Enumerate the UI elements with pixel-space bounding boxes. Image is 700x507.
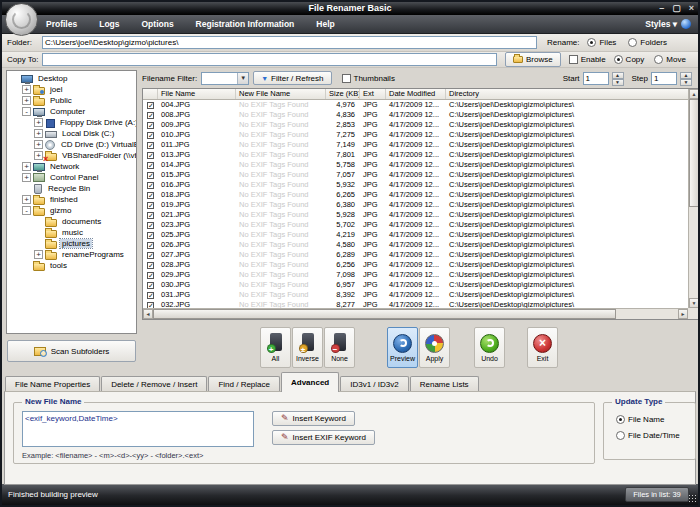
menu-registration-information[interactable]: Registration Information xyxy=(196,19,295,29)
table-row[interactable]: ✓011.JPGNo EXIF Tags Found7,149JPG4/17/2… xyxy=(143,140,699,150)
table-row[interactable]: ✓013.JPGNo EXIF Tags Found7,801JPG4/17/2… xyxy=(143,150,699,160)
row-checkbox[interactable]: ✓ xyxy=(143,190,158,200)
row-checkbox[interactable]: ✓ xyxy=(143,110,158,120)
expand-icon[interactable]: + xyxy=(22,96,31,105)
expand-icon[interactable]: + xyxy=(22,173,31,182)
column-header-date-modified[interactable]: Date Modified xyxy=(386,89,446,99)
table-row[interactable]: ✓031.JPGNo EXIF Tags Found8,392JPG4/17/2… xyxy=(143,290,699,300)
expand-icon[interactable]: + xyxy=(34,151,43,160)
row-checkbox[interactable]: ✓ xyxy=(143,260,158,270)
tree-item-joel[interactable]: +joel xyxy=(7,84,136,95)
expand-icon[interactable]: + xyxy=(34,129,43,138)
update-type-radio-file-name[interactable]: File Name xyxy=(616,415,664,424)
tree-item-local-disk-c[interactable]: +Local Disk (C:) xyxy=(7,128,136,139)
resize-grip[interactable] xyxy=(688,494,696,502)
row-checkbox[interactable]: ✓ xyxy=(143,100,158,110)
menu-options[interactable]: Options xyxy=(142,19,174,29)
table-row[interactable]: ✓014.JPGNo EXIF Tags Found5,758JPG4/17/2… xyxy=(143,160,699,170)
table-row[interactable]: ✓028.JPGNo EXIF Tags Found6,256JPG4/17/2… xyxy=(143,260,699,270)
all-button[interactable]: +All xyxy=(260,327,291,368)
tree-item-cd-drive-d-virtualbox-guest[interactable]: +CD Drive (D:) VirtualBox Guest xyxy=(7,139,136,150)
update-type-radio-file-date-time[interactable]: File Date/Time xyxy=(616,431,680,440)
table-row[interactable]: ✓004.JPGNo EXIF Tags Found4,976JPG4/17/2… xyxy=(143,100,699,110)
scroll-left-icon[interactable]: ◄ xyxy=(143,309,153,319)
chevron-down-icon[interactable]: ▼ xyxy=(237,73,248,84)
row-checkbox[interactable]: ✓ xyxy=(143,250,158,260)
copy-to-input[interactable] xyxy=(42,53,497,66)
table-row[interactable]: ✓008.JPGNo EXIF Tags Found4,836JPG4/17/2… xyxy=(143,110,699,120)
table-row[interactable]: ✓021.JPGNo EXIF Tags Found5,928JPG4/17/2… xyxy=(143,210,699,220)
column-header-checkbox[interactable] xyxy=(143,89,158,99)
none-button[interactable]: −None xyxy=(324,327,355,368)
tree-item-floppy-disk-drive-a[interactable]: +Floppy Disk Drive (A:) xyxy=(7,117,136,128)
tree-item-desktop[interactable]: Desktop xyxy=(7,73,136,84)
expand-icon[interactable]: + xyxy=(34,140,43,149)
step-down-button[interactable]: ▼ xyxy=(680,79,692,86)
horizontal-scroll-thumb[interactable] xyxy=(153,309,616,319)
tree-item-finished[interactable]: +finished xyxy=(7,194,136,205)
tree-item-recycle-bin[interactable]: Recycle Bin xyxy=(7,183,136,194)
filter-refresh-button[interactable]: ▼ Filter / Refresh xyxy=(253,71,331,85)
tree-item-renameprograms[interactable]: +renamePrograms xyxy=(7,249,136,260)
collapse-icon[interactable]: - xyxy=(22,206,31,215)
table-row[interactable]: ✓023.JPGNo EXIF Tags Found5,702JPG4/17/2… xyxy=(143,220,699,230)
table-row[interactable]: ✓019.JPGNo EXIF Tags Found6,380JPG4/17/2… xyxy=(143,200,699,210)
maximize-button[interactable]: ▢ xyxy=(672,2,681,15)
column-header-ext[interactable]: Ext xyxy=(360,89,386,99)
step-up-button[interactable]: ▲ xyxy=(680,72,692,79)
row-checkbox[interactable]: ✓ xyxy=(143,160,158,170)
column-header-file-name[interactable]: File Name xyxy=(158,89,236,99)
vertical-scrollbar[interactable]: ▲ ▼ xyxy=(688,89,699,308)
copy-mode-radio-move[interactable]: Move xyxy=(654,55,686,64)
tree-item-gizmo[interactable]: -gizmo xyxy=(7,205,136,216)
collapse-icon[interactable]: - xyxy=(22,107,31,116)
table-row[interactable]: ✓018.JPGNo EXIF Tags Found6,265JPG4/17/2… xyxy=(143,190,699,200)
row-checkbox[interactable]: ✓ xyxy=(143,230,158,240)
tree-item-control-panel[interactable]: +Control Panel xyxy=(7,172,136,183)
row-checkbox[interactable]: ✓ xyxy=(143,150,158,160)
new-file-name-input[interactable]: <exif_keyword,DateTime> xyxy=(22,411,254,447)
undo-button[interactable]: Undo xyxy=(474,327,505,368)
column-header-new-file-name[interactable]: New File Name xyxy=(236,89,326,99)
table-row[interactable]: ✓015.JPGNo EXIF Tags Found7,057JPG4/17/2… xyxy=(143,170,699,180)
tab-delete-remove-insert[interactable]: Delete / Remove / Insert xyxy=(101,376,207,392)
column-header-size-kb[interactable]: Size (KB) xyxy=(326,89,360,99)
row-checkbox[interactable]: ✓ xyxy=(143,200,158,210)
title-bar[interactable]: File Renamer Basic – ▢ × xyxy=(2,2,698,15)
table-row[interactable]: ✓029.JPGNo EXIF Tags Found7,098JPG4/17/2… xyxy=(143,270,699,280)
browse-button[interactable]: Browse xyxy=(505,52,561,67)
row-checkbox[interactable]: ✓ xyxy=(143,240,158,250)
copy-mode-radio-copy[interactable]: Copy xyxy=(614,55,645,64)
tab-id3v1-id3v2[interactable]: ID3v1 / ID3v2 xyxy=(340,376,408,392)
tab-rename-lists[interactable]: Rename Lists xyxy=(410,376,479,392)
expand-icon[interactable]: + xyxy=(34,118,43,127)
row-checkbox[interactable]: ✓ xyxy=(143,130,158,140)
table-row[interactable]: ✓010.JPGNo EXIF Tags Found7,275JPG4/17/2… xyxy=(143,130,699,140)
styles-menu[interactable]: Styles ▾ xyxy=(645,19,698,29)
menu-profiles[interactable]: Profiles xyxy=(46,19,77,29)
start-down-button[interactable]: ▼ xyxy=(612,79,624,86)
tree-item-music[interactable]: music xyxy=(7,227,136,238)
apply-button[interactable]: Apply xyxy=(419,327,450,368)
row-checkbox[interactable]: ✓ xyxy=(143,210,158,220)
tab-find-replace[interactable]: Find / Replace xyxy=(208,376,280,392)
table-row[interactable]: ✓016.JPGNo EXIF Tags Found5,932JPG4/17/2… xyxy=(143,180,699,190)
tree-item-vbsharedfolder-vboxsvr-z[interactable]: +VBSharedFolder (\\vboxsvr) (Z xyxy=(7,150,136,161)
row-checkbox[interactable]: ✓ xyxy=(143,280,158,290)
close-button[interactable]: × xyxy=(689,2,694,15)
tab-file-name-properties[interactable]: File Name Properties xyxy=(5,376,100,392)
start-input[interactable]: 1 xyxy=(583,72,609,85)
row-checkbox[interactable]: ✓ xyxy=(143,170,158,180)
scroll-down-icon[interactable]: ▼ xyxy=(689,298,699,308)
insert-exif-keyword-button[interactable]: ✎ Insert EXIF Keyword xyxy=(272,430,375,445)
expand-icon[interactable]: + xyxy=(22,195,31,204)
table-row[interactable]: ✓027.JPGNo EXIF Tags Found6,289JPG4/17/2… xyxy=(143,250,699,260)
vertical-scroll-thumb[interactable] xyxy=(689,99,699,207)
tree-item-pictures[interactable]: pictures xyxy=(7,238,136,249)
table-row[interactable]: ✓009.JPGNo EXIF Tags Found2,853JPG4/17/2… xyxy=(143,120,699,130)
step-input[interactable]: 1 xyxy=(651,72,677,85)
enable-checkbox[interactable]: Enable xyxy=(569,55,606,64)
table-row[interactable]: ✓025.JPGNo EXIF Tags Found4,219JPG4/17/2… xyxy=(143,230,699,240)
row-checkbox[interactable]: ✓ xyxy=(143,140,158,150)
row-checkbox[interactable]: ✓ xyxy=(143,290,158,300)
